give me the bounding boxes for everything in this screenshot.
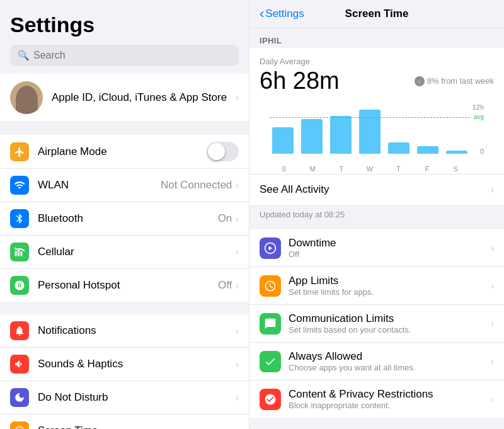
settings-row-screentime[interactable]: Screen Time › bbox=[0, 415, 249, 429]
profile-row[interactable]: Apple ID, iCloud, iTunes & App Store › bbox=[0, 74, 249, 122]
bluetooth-chevron: › bbox=[236, 214, 239, 224]
chart-day-m: M bbox=[298, 165, 326, 173]
commlimits-subtitle: Set limits based on your contacts. bbox=[289, 325, 491, 335]
airplane-label: Airplane Mode bbox=[38, 146, 207, 158]
screentime-chevron: › bbox=[236, 426, 239, 429]
settings-row-contentprivacy[interactable]: Content & Privacy Restrictions Block ina… bbox=[249, 380, 504, 418]
applimits-title: App Limits bbox=[289, 275, 491, 287]
cellular-chevron: › bbox=[236, 247, 239, 257]
contentprivacy-icon bbox=[260, 389, 281, 410]
applimits-icon bbox=[260, 275, 281, 297]
settings-row-notifications[interactable]: Notifications › bbox=[0, 314, 249, 348]
profile-info: Apple ID, iCloud, iTunes & App Store bbox=[52, 91, 236, 104]
notifications-chevron: › bbox=[236, 326, 239, 336]
airplane-icon bbox=[10, 142, 29, 161]
bar-w bbox=[357, 103, 383, 154]
settings-row-airplane[interactable]: Airplane Mode bbox=[0, 135, 249, 169]
notifications-label: Notifications bbox=[38, 324, 236, 337]
commlimits-chevron: › bbox=[491, 319, 494, 329]
downtime-title: Downtime bbox=[289, 237, 491, 249]
bar-s2 bbox=[444, 103, 470, 154]
nav-back-button[interactable]: ‹ Settings bbox=[260, 6, 304, 22]
hotspot-label: Personal Hotspot bbox=[38, 279, 218, 292]
right-content: IPHIL Daily Average 6h 28m ↓ 8% from las… bbox=[249, 28, 504, 429]
profile-chevron: › bbox=[236, 93, 239, 103]
settings-row-wlan[interactable]: WLAN Not Connected › bbox=[0, 169, 249, 202]
settings-row-bluetooth[interactable]: Bluetooth On › bbox=[0, 202, 249, 236]
wlan-value: Not Connected bbox=[161, 179, 232, 192]
chart-container: 12h 0 avg bbox=[260, 101, 494, 170]
daily-avg-section: Daily Average 6h 28m ↓ 8% from last week… bbox=[249, 48, 504, 174]
search-input[interactable] bbox=[33, 50, 231, 61]
commlimits-content: Communication Limits Set limits based on… bbox=[289, 312, 491, 335]
settings-row-hotspot[interactable]: Personal Hotspot Off › bbox=[0, 269, 249, 302]
applimits-chevron: › bbox=[491, 281, 494, 291]
hotspot-value: Off bbox=[218, 279, 232, 292]
nav-back-label: Settings bbox=[265, 8, 304, 20]
notifications-icon bbox=[10, 321, 29, 340]
profile-section-label: IPHIL bbox=[249, 28, 504, 48]
updated-label: Updated today at 08:25 bbox=[249, 205, 504, 224]
bar-f bbox=[415, 103, 441, 154]
settings-row-commlimits[interactable]: Communication Limits Set limits based on… bbox=[249, 305, 504, 343]
settings-group-1: Airplane Mode WLAN Not Connected › Blue bbox=[0, 135, 249, 302]
search-bar[interactable]: 🔍 bbox=[10, 45, 239, 66]
daily-avg-value: 6h 28m bbox=[260, 67, 340, 94]
chart-day-s2: S bbox=[442, 165, 470, 173]
downtime-subtitle: Off bbox=[289, 249, 491, 259]
applimits-subtitle: Set time limits for apps. bbox=[289, 287, 491, 297]
donotdisturb-icon bbox=[10, 388, 29, 407]
see-all-row[interactable]: See All Activity › bbox=[249, 174, 504, 205]
cellular-icon bbox=[10, 243, 29, 261]
avatar bbox=[10, 81, 43, 114]
weekly-change-label: 8% from last week bbox=[427, 76, 494, 86]
applimits-content: App Limits Set time limits for apps. bbox=[289, 275, 491, 297]
commlimits-title: Communication Limits bbox=[289, 312, 491, 325]
alwaysallowed-icon bbox=[260, 351, 281, 372]
commlimits-icon bbox=[260, 313, 281, 335]
wlan-chevron: › bbox=[236, 180, 239, 190]
donotdisturb-chevron: › bbox=[236, 392, 239, 403]
nav-title: Screen Time bbox=[345, 8, 409, 20]
see-all-chevron: › bbox=[491, 185, 494, 195]
contentprivacy-content: Content & Privacy Restrictions Block ina… bbox=[289, 388, 491, 410]
passcode-section: Change Screen Time Passcode bbox=[249, 418, 504, 429]
settings-row-donotdisturb[interactable]: Do Not Disturb › bbox=[0, 381, 249, 415]
daily-avg-value-row: 6h 28m ↓ 8% from last week bbox=[260, 67, 494, 94]
down-arrow-icon: ↓ bbox=[415, 76, 425, 86]
wlan-icon bbox=[10, 176, 29, 195]
airplane-toggle[interactable] bbox=[207, 142, 239, 161]
nav-bar: ‹ Settings Screen Time bbox=[249, 0, 504, 28]
cellular-label: Cellular bbox=[38, 246, 236, 258]
sounds-icon bbox=[10, 355, 29, 374]
see-all-label: See All Activity bbox=[260, 183, 329, 196]
settings-list: Apple ID, iCloud, iTunes & App Store › A… bbox=[0, 74, 249, 429]
donotdisturb-label: Do Not Disturb bbox=[38, 391, 236, 404]
settings-row-downtime[interactable]: Downtime Off › bbox=[249, 229, 504, 267]
hotspot-icon bbox=[10, 276, 29, 295]
settings-row-sounds[interactable]: Sounds & Haptics › bbox=[0, 348, 249, 381]
hotspot-chevron: › bbox=[236, 280, 239, 290]
settings-row-cellular[interactable]: Cellular › bbox=[0, 236, 249, 269]
settings-group-2: Notifications › Sounds & Haptics › Do No… bbox=[0, 314, 249, 429]
chart-days-row: S M T W T F S bbox=[270, 165, 470, 173]
alwaysallowed-content: Always Allowed Choose apps you want at a… bbox=[289, 350, 491, 372]
settings-row-applimits[interactable]: App Limits Set time limits for apps. › bbox=[249, 267, 504, 305]
alwaysallowed-chevron: › bbox=[491, 357, 494, 367]
bar-t2 bbox=[386, 103, 412, 154]
daily-avg-label: Daily Average bbox=[260, 57, 494, 66]
sounds-label: Sounds & Haptics bbox=[38, 358, 236, 370]
contentprivacy-title: Content & Privacy Restrictions bbox=[289, 388, 491, 401]
chart-day-t2: T bbox=[384, 165, 413, 173]
settings-row-alwaysallowed[interactable]: Always Allowed Choose apps you want at a… bbox=[249, 343, 504, 380]
bar-m bbox=[299, 103, 325, 154]
bluetooth-icon bbox=[10, 209, 29, 228]
chart-day-t1: T bbox=[327, 165, 355, 173]
sounds-chevron: › bbox=[236, 359, 239, 369]
back-arrow-icon: ‹ bbox=[260, 6, 264, 22]
left-panel: Settings 🔍 Apple ID, iCloud, iTunes & Ap… bbox=[0, 0, 249, 429]
search-icon: 🔍 bbox=[18, 50, 30, 61]
chart-day-w: W bbox=[355, 165, 384, 173]
weekly-change: ↓ 8% from last week bbox=[415, 76, 494, 86]
chart-bars bbox=[270, 103, 470, 154]
